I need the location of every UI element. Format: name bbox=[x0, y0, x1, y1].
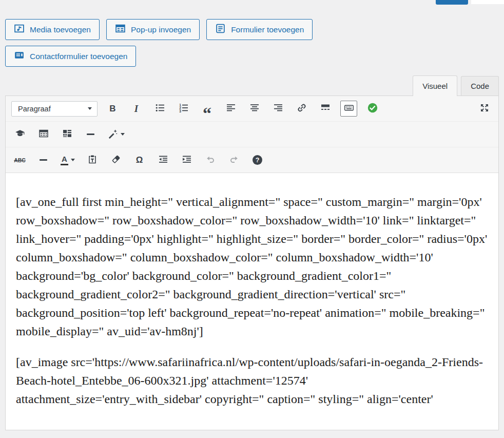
table-button[interactable] bbox=[35, 126, 52, 142]
insert-popup-label: Pop-up invoegen bbox=[131, 25, 191, 34]
add-contact-form-label: Contactformulier toevoegen bbox=[30, 52, 127, 61]
insert-button-row-1: Media toevoegen Pop-up invoegen Formulie… bbox=[5, 19, 499, 40]
chevron-down-icon bbox=[88, 107, 92, 110]
horizontal-line-icon bbox=[40, 159, 47, 160]
strikethrough-icon: ABC bbox=[14, 157, 26, 163]
italic-button[interactable]: I bbox=[128, 101, 145, 117]
toolbar-row-1: Paragraaf B I 123 “ bbox=[6, 96, 498, 121]
eraser-icon bbox=[111, 154, 121, 166]
chevron-down-icon bbox=[121, 133, 125, 136]
add-media-button[interactable]: Media toevoegen bbox=[5, 19, 100, 40]
horizontal-rule-icon bbox=[87, 134, 94, 135]
help-button[interactable]: ? bbox=[249, 152, 266, 168]
indent-icon bbox=[182, 154, 192, 166]
paste-as-text-icon bbox=[87, 154, 98, 166]
layout-grid-icon bbox=[62, 128, 72, 140]
blockquote-icon: “ bbox=[203, 111, 211, 116]
add-form-label: Formulier toevoegen bbox=[231, 25, 304, 34]
outdent-button[interactable] bbox=[154, 152, 171, 168]
horizontal-rule-button[interactable] bbox=[82, 126, 99, 142]
link-button[interactable] bbox=[293, 101, 310, 117]
chevron-down-icon bbox=[71, 159, 75, 161]
toolbar-row-3: ABC A Ω ? bbox=[6, 147, 498, 173]
horizontal-line-button[interactable] bbox=[35, 152, 52, 168]
color-swatch-bar bbox=[61, 164, 68, 165]
wysiwyg-editor: Paragraaf B I 123 “ bbox=[5, 96, 499, 430]
redo-icon bbox=[229, 154, 239, 166]
popup-table-icon bbox=[115, 23, 126, 36]
italic-icon: I bbox=[134, 104, 138, 113]
more-tag-button[interactable] bbox=[317, 101, 334, 117]
add-contact-form-button[interactable]: Contactformulier toevoegen bbox=[5, 46, 136, 67]
insert-popup-button[interactable]: Pop-up invoegen bbox=[106, 19, 200, 40]
bullet-list-icon bbox=[155, 103, 165, 115]
editor-content-area[interactable]: [av_one_full first min_height=" vertical… bbox=[6, 173, 498, 430]
align-left-icon bbox=[226, 103, 236, 115]
undo-button[interactable] bbox=[202, 152, 219, 168]
check-circle-icon bbox=[367, 103, 378, 115]
fullscreen-button[interactable] bbox=[476, 101, 493, 117]
shortcode-paragraph-2: [av_image src='https://www.safariinafric… bbox=[16, 353, 488, 408]
bold-icon: B bbox=[109, 104, 115, 113]
align-left-button[interactable] bbox=[222, 101, 239, 117]
more-tag-icon bbox=[320, 103, 331, 115]
paragraph-format-select[interactable]: Paragraaf bbox=[11, 101, 98, 117]
numbered-list-icon: 123 bbox=[179, 103, 189, 115]
fullscreen-expand-icon bbox=[479, 103, 490, 115]
toolbar-row-2 bbox=[6, 121, 498, 147]
bold-button[interactable]: B bbox=[104, 101, 121, 117]
layout-grid-button[interactable] bbox=[59, 126, 75, 142]
redo-button[interactable] bbox=[225, 152, 242, 168]
partial-top-panel bbox=[471, 0, 504, 4]
add-media-label: Media toevoegen bbox=[30, 25, 91, 34]
omega-icon: Ω bbox=[136, 156, 143, 164]
text-color-icon: A bbox=[61, 155, 68, 165]
toolbar-toggle-button[interactable] bbox=[340, 101, 357, 117]
partial-top-button[interactable] bbox=[436, 0, 468, 5]
media-icon bbox=[14, 23, 25, 36]
form-icon bbox=[215, 23, 226, 36]
clear-formatting-button[interactable] bbox=[107, 152, 124, 168]
contact-form-icon bbox=[14, 50, 25, 63]
numbered-list-button[interactable]: 123 bbox=[175, 101, 192, 117]
align-right-button[interactable] bbox=[269, 101, 286, 117]
special-character-button[interactable]: Ω bbox=[131, 152, 148, 168]
paste-as-text-button[interactable] bbox=[84, 152, 101, 168]
link-icon bbox=[297, 103, 307, 115]
editor-tabs: Visueel Code bbox=[5, 75, 499, 96]
tab-code[interactable]: Code bbox=[461, 76, 499, 96]
undo-icon bbox=[205, 154, 216, 166]
magic-wand-icon bbox=[108, 128, 118, 140]
magic-wand-button[interactable] bbox=[106, 126, 127, 142]
courses-shortcode-button[interactable] bbox=[11, 126, 28, 142]
editor-toolbar: Paragraaf B I 123 “ bbox=[6, 96, 498, 173]
check-status-button[interactable] bbox=[364, 101, 381, 117]
tab-visual[interactable]: Visueel bbox=[413, 75, 457, 96]
keyboard-icon bbox=[344, 103, 354, 115]
insert-button-row-2: Contactformulier toevoegen bbox=[5, 46, 499, 67]
blockquote-button[interactable]: “ bbox=[199, 101, 216, 117]
svg-text:3: 3 bbox=[179, 109, 181, 113]
strikethrough-button[interactable]: ABC bbox=[11, 152, 28, 168]
outdent-icon bbox=[158, 154, 168, 166]
shortcode-paragraph-1: [av_one_full first min_height=" vertical… bbox=[16, 193, 488, 340]
bullet-list-button[interactable] bbox=[151, 101, 168, 117]
indent-button[interactable] bbox=[178, 152, 195, 168]
help-icon: ? bbox=[253, 155, 262, 165]
add-form-button[interactable]: Formulier toevoegen bbox=[206, 19, 313, 40]
graduation-cap-icon bbox=[15, 128, 25, 140]
align-center-button[interactable] bbox=[246, 101, 263, 117]
paragraph-format-value: Paragraaf bbox=[18, 105, 51, 113]
align-center-icon bbox=[249, 103, 260, 115]
table-icon bbox=[38, 128, 49, 140]
text-color-button[interactable]: A bbox=[59, 152, 77, 168]
align-right-icon bbox=[273, 103, 283, 115]
